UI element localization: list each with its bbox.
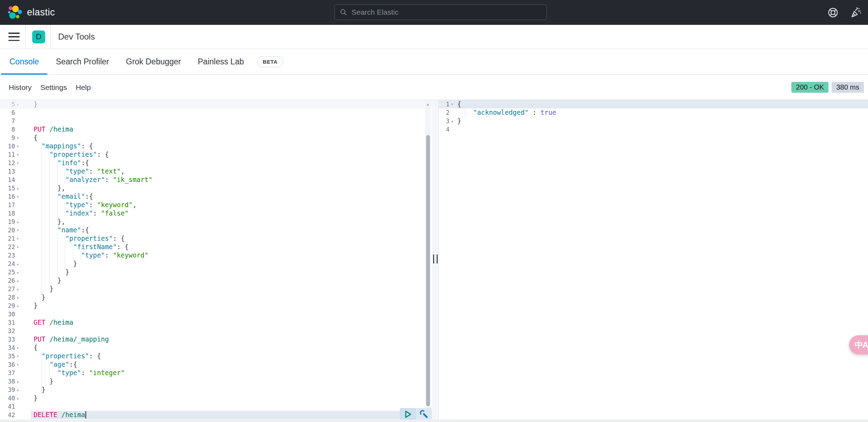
panel-splitter[interactable] [432, 100, 438, 422]
splitter-handle-icon[interactable] [433, 254, 438, 263]
code-line[interactable]: 36▾"age":{ [0, 360, 432, 369]
code-line[interactable]: 23"type": "keyword" [0, 251, 432, 260]
code-line[interactable]: 15▴}, [0, 184, 432, 192]
code-line[interactable]: 29▴} [0, 302, 432, 310]
code-line[interactable]: 40▴} [0, 394, 432, 402]
history-link[interactable]: History [9, 83, 32, 92]
request-options-button[interactable] [416, 408, 432, 421]
line-number: 39 [0, 386, 15, 394]
code-line[interactable]: 1▾{ [439, 100, 868, 108]
request-editor[interactable]: 5▴}678PUT /heima9▾{10▾"mappings": {11▾"p… [0, 100, 432, 419]
fold-toggle-icon[interactable]: ▾ [15, 352, 23, 360]
translate-fab[interactable]: 中A [849, 335, 868, 354]
fold-toggle-icon[interactable]: ▾ [15, 134, 23, 142]
fold-toggle-icon[interactable]: ▾ [15, 243, 23, 251]
code-line[interactable]: 32 [0, 327, 432, 335]
fold-toggle-icon[interactable]: ▴ [15, 293, 23, 302]
code-line[interactable]: 7 [0, 117, 432, 125]
tab-grok-debugger[interactable]: Grok Debugger [118, 49, 189, 75]
scrollbar-thumb[interactable] [426, 135, 430, 406]
response-viewer[interactable]: 1▾{2"acknowledged" : true3▴}4 [438, 100, 868, 422]
fold-toggle-icon[interactable]: ▴ [15, 184, 23, 192]
fold-toggle-icon[interactable]: ▾ [450, 100, 456, 108]
brand-text: elastic [27, 7, 55, 18]
dev-tools-app-icon: D [32, 30, 45, 43]
fold-toggle-icon[interactable]: ▴ [15, 302, 23, 310]
fold-toggle-icon[interactable]: ▾ [15, 192, 23, 201]
code-line[interactable]: 34▾{ [0, 344, 432, 352]
fold-toggle-icon[interactable]: ▴ [15, 218, 23, 226]
code-line[interactable]: 27▴} [0, 285, 432, 293]
code-line[interactable]: 6 [0, 108, 432, 117]
code-line[interactable]: 24▴} [0, 260, 432, 268]
fold-toggle-icon[interactable]: ▴ [15, 260, 23, 268]
code-line[interactable]: 2"acknowledged" : true [439, 108, 868, 117]
code-line[interactable]: 16▾"email":{ [0, 192, 432, 201]
code-line[interactable]: 25▴} [0, 268, 432, 276]
fold-toggle-icon[interactable]: ▾ [15, 360, 23, 369]
code-line[interactable]: 9▾{ [0, 134, 432, 142]
fold-toggle-icon[interactable]: ▾ [15, 159, 23, 167]
fold-toggle-icon[interactable]: ▴ [15, 285, 23, 293]
fold-toggle-icon[interactable]: ▾ [15, 344, 23, 352]
code-line[interactable]: 20▾"name":{ [0, 226, 432, 234]
tab-painless-lab[interactable]: Painless Lab [189, 49, 252, 75]
fold-toggle-icon[interactable]: ▴ [15, 386, 23, 394]
code-line[interactable]: 4 [439, 125, 868, 134]
code-line[interactable]: 10▾"mappings": { [0, 142, 432, 150]
code-line[interactable]: 35▾"properties": { [0, 352, 432, 360]
fold-toggle-icon[interactable]: ▴ [15, 377, 23, 386]
code-line[interactable]: 30 [0, 310, 432, 318]
help-button[interactable] [826, 6, 840, 20]
fold-toggle-icon[interactable]: ▴ [450, 117, 456, 125]
code-line[interactable]: 5▴} [0, 100, 432, 108]
code-line[interactable]: 11▾"properties": { [0, 150, 432, 159]
send-request-button[interactable] [400, 408, 416, 421]
code-line[interactable]: 33PUT /heima/_mapping [0, 335, 432, 344]
whats-new-button[interactable] [849, 6, 863, 20]
global-header: elastic [0, 0, 868, 25]
code-line[interactable]: 31GET /heima [0, 318, 432, 327]
fold-toggle-icon[interactable]: ▴ [15, 394, 23, 402]
global-search[interactable] [334, 5, 547, 20]
code-line[interactable]: 41 [0, 402, 432, 411]
scrollbar-up-icon[interactable]: ▴ [425, 101, 431, 107]
code-line[interactable]: 22▾"firstName": { [0, 243, 432, 251]
code-line[interactable]: 21▾"properties": { [0, 234, 432, 243]
menu-button[interactable] [8, 33, 20, 41]
code-line[interactable]: 26▴} [0, 276, 432, 285]
divider [50, 25, 51, 49]
code-line[interactable]: 12▾"info":{ [0, 159, 432, 167]
code-line[interactable]: 14"analyzer": "ik_smart" [0, 176, 432, 184]
elastic-logo[interactable]: elastic [8, 5, 55, 20]
fold-toggle-icon[interactable]: ▾ [15, 226, 23, 234]
fold-toggle-icon[interactable]: ▾ [15, 234, 23, 243]
console-workspace: 5▴}678PUT /heima9▾{10▾"mappings": {11▾"p… [0, 100, 868, 422]
code-line[interactable]: 19▴}, [0, 218, 432, 226]
fold-toggle-icon[interactable]: ▴ [15, 100, 23, 108]
code-line[interactable]: 37"type": "integer" [0, 369, 432, 377]
code-line[interactable]: 39▴} [0, 386, 432, 394]
fold-toggle-icon[interactable]: ▾ [15, 142, 23, 150]
code-line[interactable]: 42DELETE /heima [0, 411, 432, 419]
line-number: 25 [0, 268, 15, 276]
fold-toggle-icon[interactable]: ▾ [15, 150, 23, 159]
text-cursor [85, 411, 86, 419]
search-input[interactable] [351, 8, 547, 17]
code-line[interactable]: 18"index": "false" [0, 209, 432, 218]
help-link[interactable]: Help [76, 83, 91, 92]
fold-toggle-icon[interactable]: ▴ [15, 276, 23, 285]
tab-search-profiler[interactable]: Search Profiler [47, 49, 117, 75]
code-line[interactable]: 8PUT /heima [0, 125, 432, 134]
tab-console[interactable]: Console [1, 49, 47, 75]
line-number: 7 [0, 117, 15, 125]
line-number: 24 [0, 260, 15, 268]
code-line[interactable]: 13"type": "text", [0, 167, 432, 176]
code-line[interactable]: 38▴} [0, 377, 432, 386]
settings-link[interactable]: Settings [40, 83, 67, 92]
fold-toggle-icon[interactable]: ▴ [15, 268, 23, 276]
code-line[interactable]: 17"type": "keyword", [0, 201, 432, 209]
code-line[interactable]: 28▴} [0, 293, 432, 302]
code-line[interactable]: 3▴} [439, 117, 868, 125]
line-number: 4 [439, 125, 450, 134]
